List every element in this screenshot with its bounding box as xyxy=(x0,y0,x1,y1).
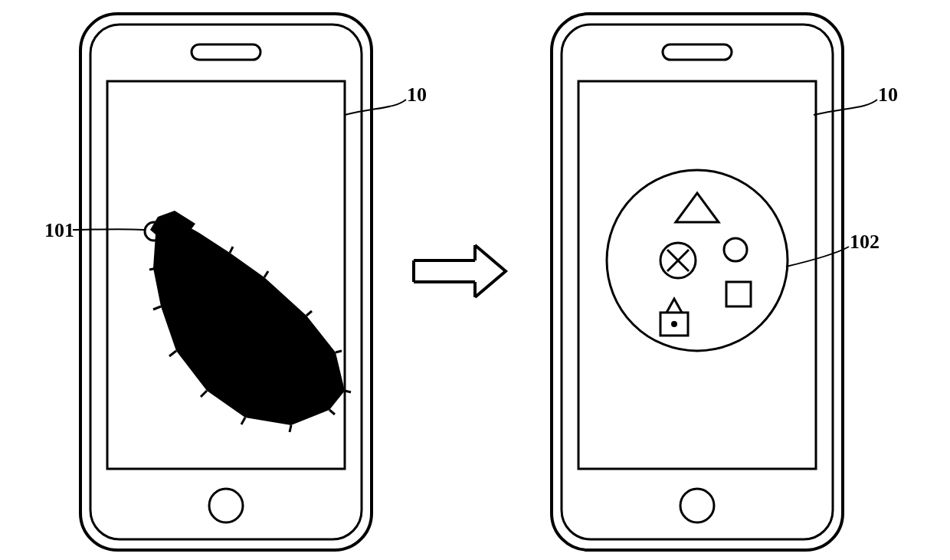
diagram-svg xyxy=(0,0,950,560)
speaker-slot-right xyxy=(663,44,732,60)
home-button-right xyxy=(680,489,714,522)
svg-line-4 xyxy=(241,418,245,424)
svg-line-5 xyxy=(290,425,291,432)
triangle-icon xyxy=(676,193,719,222)
svg-line-6 xyxy=(329,410,335,414)
leader-102 xyxy=(786,247,849,267)
svg-line-3 xyxy=(201,391,207,397)
square-icon xyxy=(726,282,751,306)
circle-icon xyxy=(724,238,747,261)
patent-figure: 101 10 10 102 xyxy=(0,0,950,560)
leader-101 xyxy=(73,229,144,230)
screen-right xyxy=(578,81,816,469)
phone-right-inner xyxy=(562,25,833,539)
hand-icon xyxy=(150,211,345,425)
svg-line-7 xyxy=(345,391,351,392)
label-102: 102 xyxy=(850,231,880,254)
speaker-slot-left xyxy=(192,44,260,60)
leader-10-left xyxy=(345,100,406,115)
radial-menu xyxy=(607,170,788,351)
svg-line-9 xyxy=(306,311,312,316)
close-icon xyxy=(660,243,696,278)
arrow-icon xyxy=(414,245,506,297)
label-10-right: 10 xyxy=(878,84,898,106)
svg-point-21 xyxy=(673,323,676,326)
label-101: 101 xyxy=(44,219,74,242)
svg-line-10 xyxy=(264,271,268,277)
home-button-left xyxy=(209,489,243,522)
lock-icon xyxy=(660,299,688,336)
leader-10-right xyxy=(814,100,877,115)
svg-line-0 xyxy=(149,268,157,270)
svg-line-8 xyxy=(336,351,342,352)
svg-line-2 xyxy=(169,351,176,356)
label-10-left: 10 xyxy=(407,84,427,106)
svg-line-1 xyxy=(153,306,161,309)
svg-line-11 xyxy=(230,247,233,253)
